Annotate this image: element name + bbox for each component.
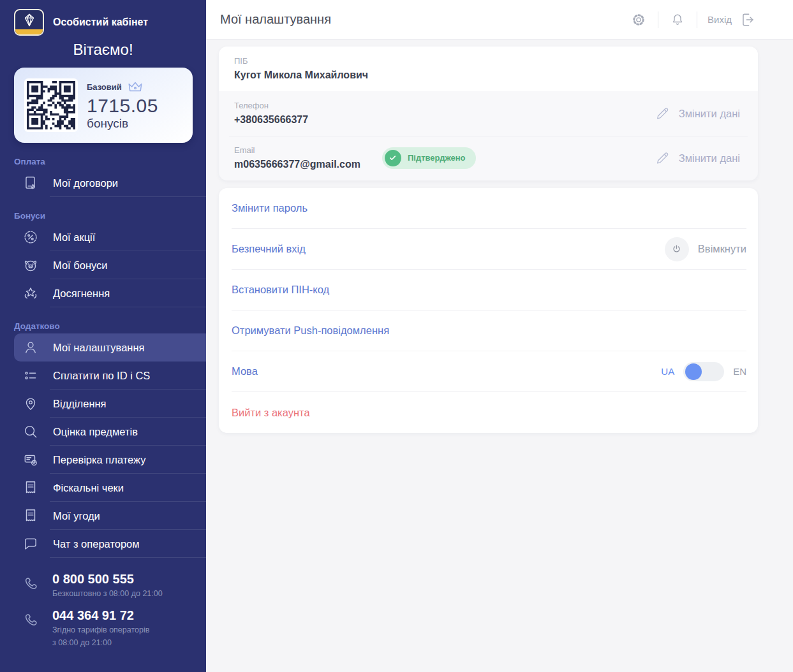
sidebar-item-label: Оцінка предметів [53, 426, 138, 438]
bonus-amount: 1715.05 [87, 95, 158, 117]
gear-icon [631, 12, 646, 27]
payment-check-icon [22, 451, 39, 469]
sidebar-item-chat[interactable]: Чат з оператором [0, 530, 206, 558]
greeting-text: Вітаємо! [0, 41, 206, 59]
sidebar-item-bonuses[interactable]: Мої бонуси [0, 251, 206, 279]
support-phones: 0 800 500 555 Безкоштовно з 08:00 до 21:… [0, 572, 206, 648]
check-icon [385, 150, 401, 166]
settings-gear-button[interactable] [630, 11, 648, 29]
sidebar-item-label: Відділення [53, 398, 107, 410]
bonus-unit: бонусів [87, 117, 158, 131]
sidebar-item-label: Досягнення [53, 288, 110, 300]
field-row-name: ПІБ Кугот Микола Михайлович [219, 47, 758, 91]
logout-account-link[interactable]: Вийти з акаунта [232, 407, 310, 419]
divider [658, 11, 658, 28]
contract-tablet-icon [22, 175, 39, 192]
phone-note: Згідно тарифів операторів [52, 625, 149, 636]
toggle-knob [685, 363, 702, 380]
sidebar-item-achievements[interactable]: Досягнення [0, 279, 206, 307]
sidebar-item-label: Мої договори [53, 177, 118, 189]
sidebar-item-agreements[interactable]: Мої угоди [0, 502, 206, 530]
phone-paid[interactable]: 044 364 91 72 Згідно тарифів операторів … [0, 608, 206, 648]
enable-secure-login-button[interactable] [665, 237, 689, 261]
field-row-phone: Телефон +380635666377 Змінити дані [219, 91, 758, 136]
bell-icon [670, 12, 685, 27]
user-icon [22, 339, 39, 356]
phone-free[interactable]: 0 800 500 555 Безкоштовно з 08:00 до 21:… [0, 572, 206, 599]
sidebar-item-label: Мої бонуси [53, 259, 108, 272]
personal-cabinet-app: Особистий кабінет Вітаємо! Базовий 1715.… [0, 0, 793, 672]
map-pin-icon [22, 395, 39, 413]
sidebar-item-fiscal-receipts[interactable]: Фіскальні чеки [0, 474, 206, 502]
bonus-level-label: Базовий [87, 82, 122, 92]
profile-card: ПІБ Кугот Микола Михайлович Телефон +380… [219, 47, 758, 180]
phone-number: 044 364 91 72 [52, 608, 149, 623]
language-ua-label[interactable]: UA [661, 366, 674, 377]
language-label: Мова [232, 365, 258, 377]
edit-action-label: Змінити дані [679, 108, 740, 120]
push-notifications-row[interactable]: Отримувати Push-повідомлення [232, 310, 746, 351]
settings-card: Змінити пароль Безпечний вхід Ввімкнути [219, 188, 758, 433]
chat-icon [22, 536, 39, 553]
magnifier-icon [22, 423, 39, 441]
main-area: Мої налаштування Вихід [206, 0, 793, 672]
logout-label: Вихід [708, 14, 732, 25]
receipt-icon [22, 508, 39, 525]
power-icon [671, 244, 682, 254]
set-pin-link[interactable]: Встановити ПІН-код [232, 284, 329, 296]
field-label: Email [234, 145, 360, 155]
diamond-icon [21, 12, 38, 29]
logo-gold-strip [15, 29, 43, 34]
qr-code [24, 78, 78, 132]
phone-icon [23, 608, 41, 648]
sidebar-item-valuation[interactable]: Оцінка предметів [0, 418, 206, 446]
edit-phone-button[interactable]: Змінити дані [655, 106, 740, 122]
sidebar-item-promotions[interactable]: Мої акції [0, 223, 206, 251]
change-password-row[interactable]: Змінити пароль [232, 188, 746, 229]
field-label: ПІБ [234, 56, 743, 66]
sidebar-item-label: Фіскальні чеки [53, 482, 124, 494]
brand-logo [14, 9, 44, 36]
section-label-bonuses: Бонуси [14, 211, 206, 221]
bonus-card: Базовий 1715.05 бонусів [14, 68, 193, 143]
notifications-button[interactable] [669, 11, 686, 29]
change-password-link[interactable]: Змінити пароль [232, 202, 308, 214]
receipt-icon [22, 479, 39, 497]
sidebar-item-pay-by-id[interactable]: Сплатити по ID і CS [0, 362, 206, 390]
secure-login-row[interactable]: Безпечний вхід Ввімкнути [232, 229, 746, 270]
secure-login-link[interactable]: Безпечний вхід [232, 243, 306, 255]
logout-button[interactable]: Вихід [708, 11, 756, 28]
sidebar-item-payment-check[interactable]: Перевірка платежу [0, 446, 206, 474]
field-value: Кугот Микола Михайлович [234, 69, 743, 81]
sidebar-item-label: Сплатити по ID і CS [53, 370, 150, 382]
sidebar-item-label: Мої акції [53, 231, 95, 244]
field-row-email: Email m0635666377@gmail.com Підтверджено [219, 136, 758, 180]
phone-number: 0 800 500 555 [52, 572, 163, 587]
brand[interactable]: Особистий кабінет [0, 0, 206, 36]
set-pin-row[interactable]: Встановити ПІН-код [232, 270, 746, 310]
achievement-star-icon [22, 285, 39, 302]
push-notifications-link[interactable]: Отримувати Push-повідомлення [232, 325, 389, 337]
language-row: Мова UA EN [232, 351, 746, 392]
phone-note: Безкоштовно з 08:00 до 21:00 [52, 588, 163, 599]
language-toggle[interactable] [683, 362, 724, 381]
list-icon [22, 367, 39, 384]
logout-icon [739, 11, 756, 28]
piggy-bank-icon [22, 257, 39, 274]
phone-icon [23, 572, 41, 599]
content: ПІБ Кугот Микола Михайлович Телефон +380… [206, 40, 793, 433]
edit-email-button[interactable]: Змінити дані [655, 150, 740, 166]
language-en-label[interactable]: EN [733, 366, 746, 377]
sidebar-item-label: Чат з оператором [53, 538, 140, 550]
sidebar-item-settings[interactable]: Мої налаштування [14, 333, 206, 362]
badge-label: Підтверджено [408, 153, 466, 163]
divider [697, 11, 697, 28]
logout-account-row[interactable]: Вийти з акаунта [232, 392, 746, 433]
page-title: Мої налаштування [220, 12, 630, 27]
pencil-icon [655, 106, 671, 122]
sidebar: Особистий кабінет Вітаємо! Базовий 1715.… [0, 0, 206, 672]
sidebar-item-branches[interactable]: Відділення [0, 390, 206, 418]
pencil-icon [655, 150, 671, 166]
sidebar-item-contracts[interactable]: Мої договори [0, 169, 206, 197]
enable-label: Ввімкнути [698, 243, 746, 255]
